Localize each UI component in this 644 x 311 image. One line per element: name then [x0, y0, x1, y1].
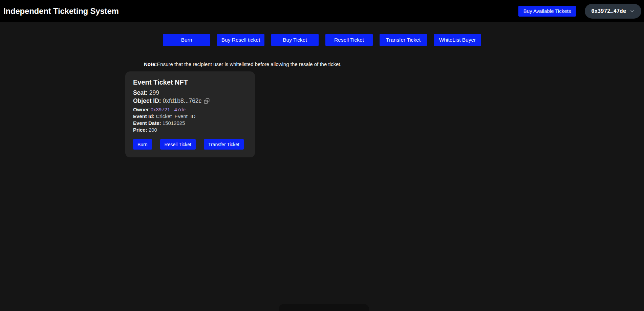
buy-available-tickets-button[interactable]: Buy Available Tickets: [518, 6, 576, 17]
nav-burn-button[interactable]: Burn: [163, 34, 210, 46]
event-date-value: 15012025: [163, 120, 185, 126]
page-title: Independent Ticketing System: [3, 6, 119, 16]
wallet-address: 0x3972…47de: [591, 8, 626, 14]
header-actions: Buy Available Tickets 0x3972…47de: [518, 4, 641, 19]
wallet-account-button[interactable]: 0x3972…47de: [585, 4, 641, 19]
copy-icon[interactable]: [203, 98, 210, 106]
event-id-value: Cricket_Event_ID: [156, 113, 196, 119]
card-transfer-ticket-button[interactable]: Transfer Ticket: [204, 139, 244, 150]
page: Independent Ticketing System Buy Availab…: [0, 0, 644, 311]
ticket-card-title: Event Ticket NFT: [133, 79, 247, 86]
action-button-row: Burn Buy Resell ticket Buy Ticket Resell…: [0, 34, 644, 46]
owner-address-link[interactable]: 0x39721...47de: [151, 107, 186, 112]
event-id-row: Event Id: Cricket_Event_ID: [133, 113, 247, 120]
nav-resell-ticket-button[interactable]: Resell Ticket: [325, 34, 373, 46]
card-burn-button[interactable]: Burn: [133, 139, 152, 150]
event-date-row: Event Date: 15012025: [133, 120, 247, 127]
whitelist-note: Note:Ensure that the recipient user is w…: [144, 61, 342, 67]
owner-label: Owner:: [133, 107, 151, 112]
chevron-down-icon: [629, 8, 635, 14]
seat-label: Seat:: [133, 89, 148, 96]
event-id-label: Event Id:: [133, 113, 154, 119]
app-header: Independent Ticketing System Buy Availab…: [0, 0, 644, 22]
nav-buy-ticket-button[interactable]: Buy Ticket: [271, 34, 319, 46]
bottom-overlay: [279, 304, 369, 311]
nav-transfer-ticket-button[interactable]: Transfer Ticket: [380, 34, 427, 46]
object-id-label: Object ID:: [133, 97, 161, 104]
price-label: Price:: [133, 127, 147, 133]
owner-row: Owner:0x39721...47de: [133, 106, 247, 113]
seat-row: Seat: 299: [133, 89, 247, 97]
object-id-row: Object ID: 0xfd1b8...762c: [133, 97, 247, 106]
price-value: 200: [149, 127, 157, 133]
seat-value: 299: [149, 89, 159, 96]
note-text: Ensure that the recipient user is whitel…: [157, 61, 341, 67]
event-date-label: Event Date:: [133, 120, 161, 126]
card-resell-ticket-button[interactable]: Resell Ticket: [160, 139, 196, 150]
event-ticket-card: Event Ticket NFT Seat: 299 Object ID: 0x…: [125, 71, 255, 157]
object-id-value: 0xfd1b8...762c: [163, 97, 202, 104]
nav-whitelist-buyer-button[interactable]: WhiteList Buyer: [434, 34, 481, 46]
price-row: Price: 200: [133, 127, 247, 133]
note-label: Note:: [144, 61, 157, 67]
nav-buy-resell-ticket-button[interactable]: Buy Resell ticket: [217, 34, 264, 46]
ticket-card-actions: Burn Resell Ticket Transfer Ticket: [133, 139, 247, 150]
